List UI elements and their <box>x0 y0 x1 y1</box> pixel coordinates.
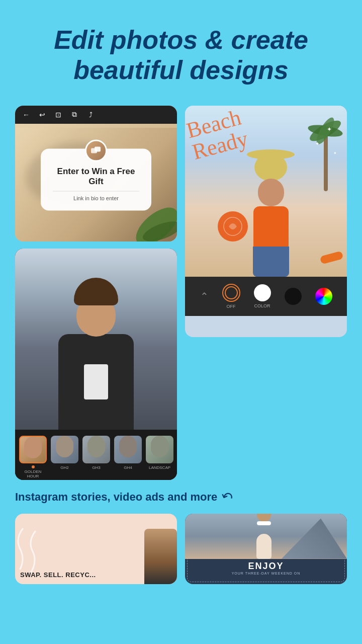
photos-icon <box>90 146 102 155</box>
filter-img-golden-hour <box>19 436 47 463</box>
enjoy-person-head <box>257 514 271 522</box>
black-color-btn[interactable] <box>285 288 302 305</box>
win-subtitle: Link in bio to enter <box>53 196 139 202</box>
filter-gh2[interactable]: GH2 <box>51 436 78 478</box>
arrow-decoration: ↷ <box>219 488 235 507</box>
win-avatar <box>85 139 107 162</box>
sparkle-2: ✦ <box>315 141 319 146</box>
beach-toolbar: ⌃ OFF COLOR <box>185 277 347 316</box>
beach-person <box>247 148 295 277</box>
color-wheel-btn[interactable] <box>315 288 332 305</box>
beach-photo: BeachReady ✦ ✦ ✦ <box>185 106 347 277</box>
filter-img-gh2 <box>51 436 78 463</box>
bottom-row: SWAP. SELL. RECYC... ENJOY YOUR THREE-DA… <box>0 514 362 584</box>
filter-strip: GOLDEN HOUR GH2 GH3 <box>15 430 177 480</box>
sparkle-1: ✦ <box>327 126 332 133</box>
win-title: Enter to Win a Free Gift <box>53 167 139 187</box>
card-portrait: GOLDEN HOUR GH2 GH3 <box>15 249 177 480</box>
portrait-person <box>58 278 134 430</box>
badge-circle <box>218 211 248 242</box>
undo-icon[interactable]: ↩ <box>38 111 46 119</box>
stories-label: Instagram stories, video ads and more <box>15 490 217 505</box>
enjoy-person-body <box>256 534 272 559</box>
filter-gh3[interactable]: GH3 <box>82 436 110 478</box>
main-grid: ← ↩ ⊡ ⧉ ⤴ En <box>0 101 362 485</box>
swap-person <box>139 519 177 584</box>
filter-label-gh1: GOLDEN HOUR <box>19 469 47 478</box>
filter-active-dot <box>32 465 35 468</box>
enjoy-card-photo <box>185 514 347 559</box>
win-divider <box>53 191 139 192</box>
filter-label-landscape: LANDSCAP <box>149 465 170 470</box>
layers-icon[interactable]: ⧉ <box>70 111 78 119</box>
back-icon[interactable]: ← <box>22 111 30 119</box>
enjoy-main-text: ENJOY <box>189 561 343 572</box>
card-swap: SWAP. SELL. RECYC... <box>15 514 177 584</box>
filter-img-gh4 <box>114 436 142 463</box>
export-icon[interactable]: ⤴ <box>86 111 95 119</box>
win-toolbar: ← ↩ ⊡ ⧉ ⤴ <box>15 106 177 124</box>
enjoy-card-person <box>252 519 275 559</box>
enjoy-person-hairband <box>257 521 271 525</box>
squiggle-decoration <box>15 514 80 579</box>
off-option[interactable]: OFF <box>222 284 240 309</box>
filter-label-gh4: GH4 <box>124 465 132 470</box>
stories-section: Instagram stories, video ads and more ↷ <box>0 485 362 510</box>
mountain-bg <box>282 519 347 559</box>
filter-img-landscape <box>146 436 173 463</box>
filter-landscape[interactable]: LANDSCAP <box>146 436 173 478</box>
palm-leaves <box>307 111 344 151</box>
filter-label-gh2: GH2 <box>60 465 68 470</box>
badge-icon <box>223 216 243 236</box>
enjoy-text-area: ENJOY YOUR THREE-DAY WEEKEND ON <box>185 559 347 577</box>
color-option[interactable]: COLOR <box>254 284 271 308</box>
filter-img-gh3 <box>82 436 110 463</box>
frame-icon[interactable]: ⊡ <box>54 111 62 119</box>
card-enjoy: ENJOY YOUR THREE-DAY WEEKEND ON <box>185 514 347 584</box>
enjoy-sub-text: YOUR THREE-DAY WEEKEND ON <box>189 572 343 575</box>
win-overlay: Enter to Win a Free Gift Link in bio to … <box>41 148 151 211</box>
sparkle-3: ✦ <box>333 151 337 155</box>
card-win: ← ↩ ⊡ ⧉ ⤴ En <box>15 106 177 242</box>
filter-gh4[interactable]: GH4 <box>114 436 142 478</box>
filter-golden-hour[interactable]: GOLDEN HOUR <box>19 436 47 478</box>
chevron-up-btn[interactable]: ⌃ <box>200 290 209 302</box>
portrait-photo <box>15 249 177 430</box>
card-beach: BeachReady ✦ ✦ ✦ <box>185 106 347 337</box>
filter-label-gh3: GH3 <box>92 465 100 470</box>
hero-title: Edit photos & create beautiful designs <box>0 0 362 101</box>
svg-rect-3 <box>95 146 101 151</box>
win-avatar-inner <box>86 141 106 160</box>
swap-text: SWAP. SELL. RECYC... <box>20 570 96 579</box>
